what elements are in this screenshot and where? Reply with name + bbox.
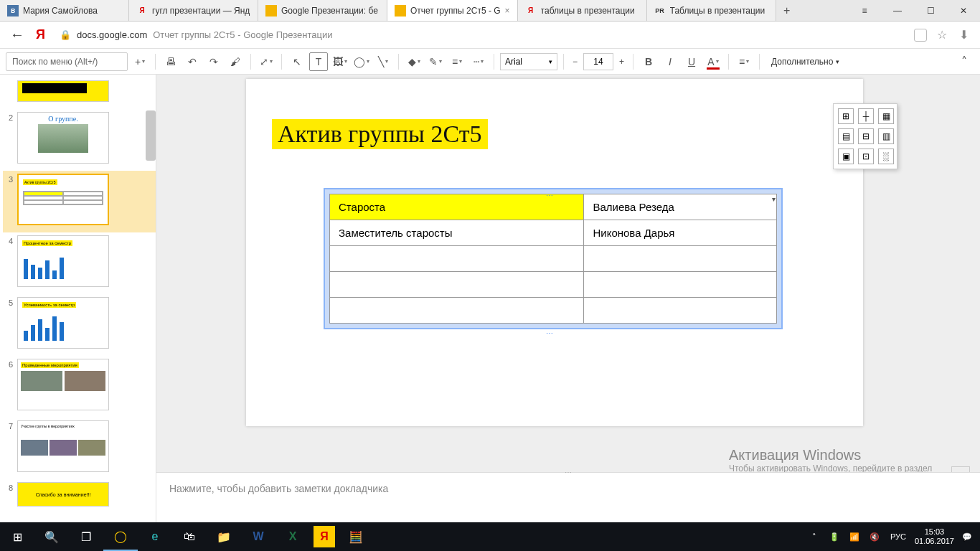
table-cell[interactable]	[584, 272, 777, 298]
line-tool-button[interactable]: ╲	[374, 52, 392, 71]
collapse-toolbar-button[interactable]: ˄	[954, 55, 974, 68]
image-tool-button[interactable]: 🖼	[331, 52, 349, 71]
window-maximize-button[interactable]: ☐	[914, 0, 947, 22]
italic-button[interactable]: I	[661, 52, 679, 71]
textbox-tool-button[interactable]: T	[309, 52, 328, 71]
bookmark-icon[interactable]: ☆	[936, 29, 948, 42]
store-taskbar[interactable]: 🛍	[172, 522, 207, 551]
print-button[interactable]: 🖶	[161, 52, 180, 71]
table-cell[interactable]	[330, 272, 584, 298]
table-menu-dropdown[interactable]: ▾	[772, 195, 776, 203]
clock[interactable]: 15:03 01.06.2017	[915, 527, 954, 546]
menu-search-input[interactable]: Поиск по меню (Alt+/)	[6, 52, 128, 71]
excel-taskbar[interactable]: X	[275, 522, 310, 551]
volume-icon[interactable]: 🔇	[867, 532, 882, 542]
table-cell[interactable]	[330, 298, 584, 324]
text-color-button[interactable]: A	[704, 52, 722, 71]
align-button[interactable]: ≡	[735, 52, 753, 71]
task-view-button[interactable]: ❐	[69, 522, 103, 551]
bold-button[interactable]: B	[639, 52, 658, 71]
slide-thumb[interactable]: 7 Участие группы в мероприятиях	[3, 418, 156, 479]
border-left-icon[interactable]: ▣	[838, 149, 854, 164]
paint-format-button[interactable]: 🖌	[226, 52, 245, 71]
border-outer-icon[interactable]: ▦	[878, 108, 894, 124]
border-color-button[interactable]: ✎	[426, 52, 445, 71]
table-cell[interactable]: Никонова Дарья	[584, 220, 777, 246]
slide-canvas-area[interactable]: Актив группы 2Ст5 ▾ Староста Валиева Рез…	[156, 75, 980, 522]
speaker-notes[interactable]: ⋯ Нажмите, чтобы добавить заметки доклад…	[156, 472, 980, 522]
window-minimize-button[interactable]: —	[881, 0, 914, 22]
border-top-icon[interactable]: ⊟	[858, 128, 874, 144]
browser-tab[interactable]: в Мария Самойлова	[0, 0, 129, 21]
download-icon[interactable]: ⬇	[957, 29, 970, 42]
search-button[interactable]: 🔍	[34, 522, 69, 551]
more-options-button[interactable]: Дополнительно▾	[765, 57, 845, 67]
table-handle-bottom[interactable]	[546, 326, 560, 329]
slide-canvas[interactable]: Актив группы 2Ст5 ▾ Староста Валиева Рез…	[246, 79, 863, 426]
wifi-icon[interactable]: 📶	[847, 532, 862, 542]
language-indicator[interactable]: РУС	[887, 532, 909, 541]
font-size-decrease[interactable]: −	[570, 57, 580, 67]
underline-button[interactable]: U	[682, 52, 701, 71]
slide-title[interactable]: Актив группы 2Ст5	[272, 119, 488, 149]
slide-thumb[interactable]: 5 Успеваемость за семестр	[3, 294, 156, 356]
action-center-icon[interactable]: 💬	[960, 532, 974, 542]
browser-tab[interactable]: PR Таблицы в презентации	[647, 0, 776, 21]
border-inner-icon[interactable]: ┼	[858, 108, 874, 124]
slide-thumb-selected[interactable]: 3 Актив группы 2Ст5	[3, 171, 156, 232]
border-bottom-icon[interactable]: ⊡	[858, 149, 874, 164]
browser-tab[interactable]: Я гугл презентации — Янд	[129, 0, 258, 21]
word-taskbar[interactable]: W	[241, 522, 275, 551]
table-cell[interactable]: Заместитель старосты	[330, 220, 584, 246]
new-slide-button[interactable]: +	[131, 52, 149, 71]
slide-thumb[interactable]	[3, 77, 156, 109]
border-all-icon[interactable]: ⊞	[838, 108, 854, 124]
table-cell[interactable]	[330, 246, 584, 272]
battery-icon[interactable]: 🔋	[827, 532, 842, 542]
explorer-taskbar[interactable]: 📁	[207, 522, 241, 551]
url-field[interactable]: 🔒 docs.google.com Отчет группы 2Ст5 - Go…	[52, 29, 907, 40]
redo-button[interactable]: ↷	[204, 52, 223, 71]
slide-thumb[interactable]: 4 Процентное за семестр	[3, 232, 156, 294]
yandex-taskbar[interactable]: Я	[314, 526, 335, 547]
nav-back-button[interactable]: ←	[6, 27, 29, 43]
border-right-icon[interactable]: ░	[878, 149, 894, 164]
slide-thumb[interactable]: 2 О группе.	[3, 109, 156, 171]
border-vertical-icon[interactable]: ▥	[878, 128, 894, 144]
close-tab-icon[interactable]: ×	[505, 6, 510, 16]
protect-icon[interactable]	[914, 29, 927, 42]
browser-tab[interactable]: Я таблицы в презентации	[518, 0, 647, 21]
font-select[interactable]: Arial▾	[500, 53, 557, 70]
border-dash-button[interactable]: ┄	[469, 52, 488, 71]
browser-menu-button[interactable]: ≡	[848, 0, 881, 22]
table-handle-top[interactable]	[546, 188, 560, 192]
fill-color-button[interactable]: ◆	[405, 52, 423, 71]
new-tab-button[interactable]: +	[776, 0, 798, 21]
yandex-home-icon[interactable]: Я	[36, 27, 45, 42]
browser-tab-active[interactable]: Отчет группы 2Ст5 - G ×	[387, 0, 518, 21]
calculator-taskbar[interactable]: 🧮	[339, 522, 373, 551]
window-close-button[interactable]: ✕	[947, 0, 980, 22]
notes-drag-handle[interactable]: ⋯	[565, 468, 572, 476]
zoom-button[interactable]: ⤢	[257, 52, 275, 71]
shape-tool-button[interactable]: ◯	[352, 52, 371, 71]
border-weight-button[interactable]: ≡	[448, 52, 466, 71]
edge-taskbar[interactable]: e	[138, 522, 172, 551]
select-tool-button[interactable]: ↖	[288, 52, 306, 71]
start-button[interactable]: ⊞	[0, 522, 34, 551]
slide-table[interactable]: ▾ Староста Валиева Резеда Заместитель ст…	[324, 188, 783, 329]
slide-filmstrip[interactable]: 2 О группе. 3 Актив группы 2Ст5 4 Процен…	[0, 75, 156, 522]
yandex-browser-taskbar[interactable]: ◯	[103, 522, 138, 551]
slide-thumb[interactable]: 8 Спасибо за внимание!!!	[3, 479, 156, 514]
table-cell[interactable]: Валиева Резеда	[584, 194, 777, 220]
font-size-increase[interactable]: +	[616, 57, 627, 67]
filmstrip-scrollbar[interactable]	[146, 110, 156, 161]
browser-tab[interactable]: Google Презентации: бе	[258, 0, 387, 21]
border-horizontal-icon[interactable]: ▤	[838, 128, 854, 144]
font-size-input[interactable]: 14	[583, 53, 613, 70]
table-cell[interactable]	[584, 298, 777, 324]
table-cell[interactable]	[584, 246, 777, 272]
slide-thumb[interactable]: 6 Проведенные мероприятия	[3, 356, 156, 418]
tray-overflow-icon[interactable]: ˄	[807, 532, 821, 542]
undo-button[interactable]: ↶	[183, 52, 202, 71]
